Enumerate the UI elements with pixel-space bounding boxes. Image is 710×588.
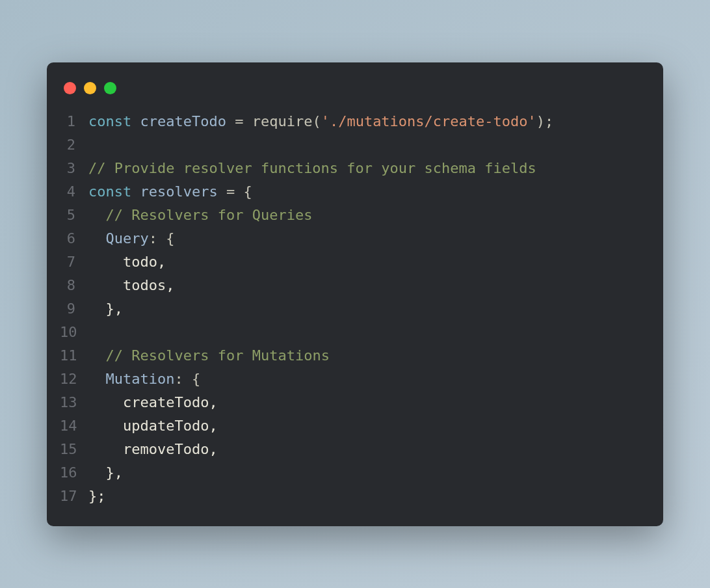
code-content: todos, [88,274,174,297]
token-punct: { [243,183,252,200]
minimize-icon[interactable] [84,82,96,94]
code-content: const resolvers = { [88,180,252,204]
code-content: Mutation: { [88,368,200,391]
line-number: 15 [60,438,88,461]
line-number: 7 [60,250,88,274]
token-comment: // Resolvers for Queries [106,207,313,223]
token-plain [88,347,106,364]
line-number: 6 [60,227,88,250]
line-number: 5 [60,204,88,227]
close-icon[interactable] [64,82,76,94]
token-punct: = [235,113,243,129]
code-content: Query: { [88,227,174,250]
code-line: 3// Provide resolver functions for your … [60,157,644,180]
code-line: 4const resolvers = { [60,180,644,204]
token-plain: updateTodo, [88,418,218,434]
token-punct: : { [149,230,175,247]
code-line: 10 [60,321,644,344]
line-number: 12 [60,368,88,391]
token-str: './mutations/create-todo' [321,113,536,129]
line-number: 1 [60,110,88,133]
line-number: 8 [60,274,88,297]
code-content: updateTodo, [88,414,218,438]
token-plain: }; [88,488,106,504]
window-titlebar [47,78,663,110]
token-comment: // Provide resolver functions for your s… [88,160,536,176]
token-plain: }, [88,464,123,481]
line-number: 13 [60,391,88,414]
token-plain [88,371,106,387]
token-punct: = [226,183,235,200]
token-plain [88,207,106,223]
code-content: // Provide resolver functions for your s… [88,157,536,180]
code-editor[interactable]: 1const createTodo = require('./mutations… [47,110,663,508]
token-kw: const [88,183,140,200]
code-line: 8 todos, [60,274,644,297]
token-plain: todos, [88,277,174,293]
token-fn: require [252,113,313,129]
token-plain [88,230,106,247]
token-kw: const [88,113,140,129]
token-plain [218,183,226,200]
token-punct: : { [174,371,200,387]
code-content: }, [88,461,123,485]
code-line: 13 createTodo, [60,391,644,414]
code-line: 11 // Resolvers for Mutations [60,344,644,368]
token-plain: }, [88,301,123,317]
code-line: 1const createTodo = require('./mutations… [60,110,644,133]
line-number: 9 [60,297,88,321]
code-line: 5 // Resolvers for Queries [60,204,644,227]
token-prop: Query [106,230,149,247]
code-content: todo, [88,250,166,274]
line-number: 3 [60,157,88,180]
token-plain [243,113,252,129]
line-number: 4 [60,180,88,204]
code-line: 7 todo, [60,250,644,274]
code-window: 1const createTodo = require('./mutations… [47,62,663,526]
token-punct: ( [312,113,321,129]
line-number: 14 [60,414,88,438]
token-plain: removeTodo, [88,441,218,457]
code-content: // Resolvers for Mutations [88,344,330,368]
code-content: createTodo, [88,391,218,414]
token-ident: createTodo [140,113,226,129]
code-content: }, [88,297,123,321]
line-number: 2 [60,133,88,157]
code-line: 15 removeTodo, [60,438,644,461]
code-content: }; [88,485,106,508]
code-line: 16 }, [60,461,644,485]
line-number: 10 [60,321,88,344]
code-line: 14 updateTodo, [60,414,644,438]
maximize-icon[interactable] [104,82,116,94]
line-number: 16 [60,461,88,485]
code-content: // Resolvers for Queries [88,204,312,227]
code-content: const createTodo = require('./mutations/… [88,110,553,133]
line-number: 17 [60,485,88,508]
code-line: 17}; [60,485,644,508]
token-prop: Mutation [106,371,175,387]
line-number: 11 [60,344,88,368]
token-plain: todo, [88,254,166,270]
token-plain [226,113,235,129]
token-plain: createTodo, [88,394,218,410]
token-plain [235,183,243,200]
code-content: removeTodo, [88,438,218,461]
code-line: 2 [60,133,644,157]
code-line: 6 Query: { [60,227,644,250]
token-comment: // Resolvers for Mutations [106,347,330,364]
token-ident: resolvers [140,183,217,200]
code-line: 9 }, [60,297,644,321]
token-punct: ); [536,113,554,129]
code-line: 12 Mutation: { [60,368,644,391]
